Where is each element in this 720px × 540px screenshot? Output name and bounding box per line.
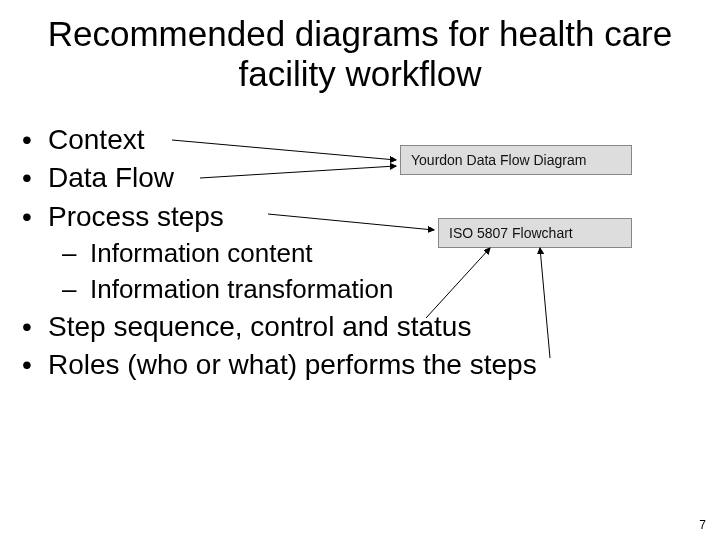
arrow-sequence-to-iso [540, 248, 550, 358]
page-number: 7 [699, 518, 706, 532]
arrow-context-to-yourdon [172, 140, 396, 160]
arrow-process-to-iso [268, 214, 434, 230]
arrows-svg [0, 0, 720, 540]
arrow-dataflow-to-yourdon [200, 166, 396, 178]
arrow-transformation-to-iso [426, 248, 490, 318]
